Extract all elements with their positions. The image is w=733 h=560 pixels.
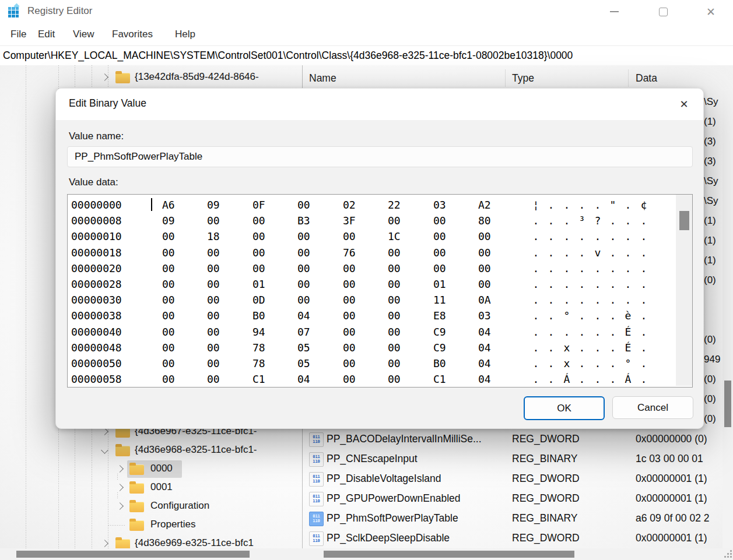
hex-byte: 00 [343,309,358,322]
value-name-cell: PP_BACODelayIntervalInMilliSe... [327,433,508,445]
registry-value-row[interactable]: 011110PP_GPUPowerDownEnabledREG_DWORD0x0… [303,489,733,509]
hex-ascii-char: . [609,262,617,274]
cancel-button[interactable]: Cancel [612,396,693,419]
hex-byte: 05 [297,357,313,369]
chevron-right-icon[interactable] [101,428,108,435]
hex-byte: 04 [478,326,493,338]
ok-button[interactable]: OK [524,396,605,420]
tree-item-13e42dfa85d9424d86[interactable]: {13e42dfa-85d9-424d-8646- [0,68,302,87]
registry-value-row[interactable]: 011110PP_BACODelayIntervalInMilliSe...RE… [303,429,733,449]
tree-item-0001[interactable]: 0001 [0,478,302,497]
chevron-right-icon[interactable] [116,484,124,491]
hex-row: 00000000A6090F00022203A2¦....".¢ [68,199,674,214]
hex-byte: C9 [433,326,448,338]
registry-value-row[interactable]: 011110PP_SclkDeepSleepDisableREG_DWORD0x… [303,529,733,548]
vertical-scrollbar-thumb[interactable] [724,381,731,427]
tree-connector [117,474,118,481]
hex-ascii-char: Á [624,373,632,385]
registry-editor-app-icon [8,5,21,17]
chevron-down-icon[interactable] [101,446,108,454]
registry-value-row[interactable]: 011110PP_CNEscapeInputREG_BINARY1c 03 00… [303,449,733,469]
resize-grip[interactable] [724,550,732,558]
menu-help[interactable]: Help [169,23,201,45]
hex-ascii-char: . [594,357,602,369]
window-close-button[interactable]: ✕ [697,0,724,23]
menu-edit[interactable]: Edit [32,23,61,45]
address-path[interactable]: Computer\HKEY_LOCAL_MACHINE\SYSTEM\Contr… [0,50,573,62]
dialog-close-button[interactable]: ✕ [675,96,693,113]
hex-byte: 0F [252,199,268,211]
column-header-data[interactable]: Data [636,65,657,91]
binary-value-icon: 011110 [309,492,324,506]
value-name-field[interactable]: PP_PhmSoftPowerPlayTable [67,146,693,167]
hex-ascii-char: . [609,357,617,369]
tree-item-0000[interactable]: 0000 [0,460,302,478]
tree-item-Properties[interactable]: Properties [0,516,302,534]
hex-byte: 00 [207,341,222,354]
binary-value-icon: 011110 [309,512,324,526]
hex-scrollbar-thumb[interactable] [679,211,689,230]
hex-ascii-char: . [578,199,586,211]
tree-item-Configuration[interactable]: Configuration [0,497,302,516]
column-separator[interactable] [505,69,506,87]
hex-ascii-char: . [578,294,586,306]
window-title: Registry Editor [27,5,92,17]
menu-file[interactable]: File [5,23,32,45]
icon-bits: 110 [313,499,320,504]
registry-value-row[interactable]: 011110PP_PhmSoftPowerPlayTableREG_BINARY… [303,509,733,529]
hex-byte: 00 [433,262,448,274]
hex-byte: 00 [478,278,493,290]
value-data-fragment: \Sy [704,171,724,191]
hex-ascii-char: . [578,246,586,259]
list-horizontal-scrollbar-thumb[interactable] [324,551,574,558]
hex-byte: 03 [478,309,493,322]
tree-item-label: Properties [150,519,299,530]
hex-address: 00000058 [71,373,122,385]
hex-byte: 00 [207,214,222,227]
hex-row: 0000001000180000001C0000........ [68,230,674,246]
hex-ascii-char: . [563,294,571,306]
hex-byte: C9 [433,341,448,354]
menu-favorites[interactable]: Favorites [106,23,159,45]
value-data-label: Value data: [69,177,118,188]
hex-byte: B0 [433,357,448,369]
menu-view[interactable]: View [67,23,100,45]
hex-byte: 3F [343,214,358,227]
hex-byte: 02 [343,199,358,211]
hex-ascii-char: . [609,230,617,242]
minimize-button[interactable] [601,0,627,23]
chevron-right-icon[interactable] [116,465,124,473]
hex-byte: 01 [252,278,268,290]
folder-icon [129,520,144,531]
hex-byte: 00 [207,262,222,274]
hex-byte: 00 [388,373,403,385]
tree-horizontal-scrollbar-thumb[interactable] [16,551,250,558]
hex-editor[interactable]: 00000000A6090F00022203A2¦....".¢00000008… [67,194,693,388]
hex-byte: 00 [343,341,358,354]
icon-bits: 110 [313,480,320,484]
hex-byte: 01 [433,278,448,290]
registry-editor-window: Registry Editor ✕ FileEditViewFavoritesH… [0,0,733,560]
chevron-right-icon[interactable] [116,502,124,510]
maximize-button[interactable] [650,0,676,23]
hex-ascii-char: ° [563,309,571,322]
address-bar[interactable]: Computer\HKEY_LOCAL_MACHINE\SYSTEM\Contr… [0,46,733,66]
hex-ascii-char: . [624,294,632,306]
column-separator[interactable] [628,69,629,87]
chevron-right-icon[interactable] [101,540,108,547]
column-header-name[interactable]: Name [309,65,336,91]
tree-connector [108,525,126,526]
hex-ascii-char: . [532,294,540,306]
registry-value-row[interactable]: 011110PP_DisableVoltageIslandREG_DWORD0x… [303,469,733,489]
hex-ascii-char: . [594,199,602,211]
hex-byte: 09 [162,214,177,227]
value-type-cell: REG_DWORD [512,492,629,505]
hex-ascii-char: . [547,326,555,338]
tree-item-4d36e968e32511cebf[interactable]: {4d36e968-e325-11ce-bfc1- [0,441,302,460]
chevron-right-icon[interactable] [101,73,108,81]
column-header-type[interactable]: Type [512,65,534,91]
folder-icon [115,446,130,456]
hex-byte: 00 [343,230,358,242]
hex-address: 00000040 [71,326,122,338]
folder-icon [129,483,144,494]
